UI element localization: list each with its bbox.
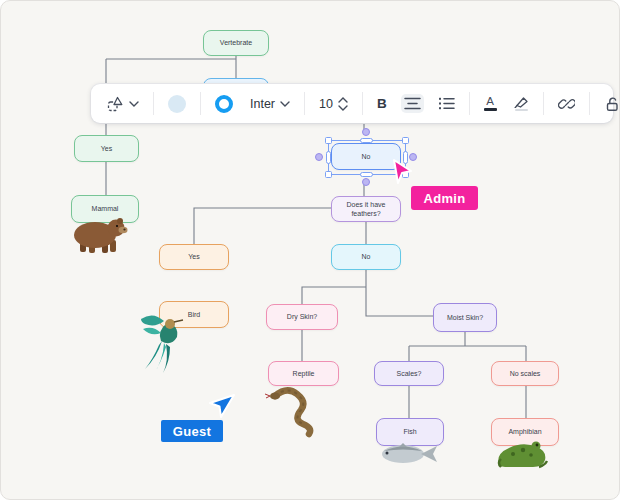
shape-picker-button[interactable]	[103, 92, 142, 116]
flow-node-does-it-have-feathers[interactable]: Does it have feathers?	[331, 196, 401, 222]
toolbar-divider	[469, 92, 470, 115]
list-button[interactable]	[435, 94, 458, 113]
guest-cursor-label: Guest	[161, 420, 223, 442]
resize-handle-ne[interactable]	[402, 137, 409, 144]
bold-button[interactable]: B	[374, 93, 390, 114]
link-button[interactable]	[555, 92, 578, 115]
highlight-button[interactable]	[511, 93, 532, 115]
toolbar-divider	[362, 92, 363, 115]
stroke-swatch-icon	[215, 95, 233, 113]
highlighter-icon	[514, 96, 529, 112]
fill-color-button[interactable]	[165, 92, 189, 116]
bear-image[interactable]	[67, 214, 131, 256]
frog-image[interactable]	[493, 439, 551, 471]
unlock-icon	[604, 96, 620, 112]
admin-cursor-icon	[387, 158, 415, 186]
flow-node-yes-left[interactable]: Yes	[74, 135, 139, 162]
list-icon	[438, 97, 455, 110]
font-size-stepper[interactable]: 10	[316, 94, 351, 114]
link-icon	[558, 95, 575, 112]
toolbar-divider	[543, 92, 544, 115]
whiteboard-canvas[interactable]: Vertebrate Yes Mammal No Does it have fe…	[0, 0, 620, 500]
resize-handle-nw[interactable]	[325, 137, 332, 144]
text-color-button[interactable]: A	[481, 93, 500, 114]
font-family-value: Inter	[250, 97, 275, 111]
toolbar-divider	[589, 92, 590, 115]
flow-node-no-scales[interactable]: No scales	[491, 361, 559, 386]
toolbar-divider	[153, 92, 154, 115]
resize-handle-w[interactable]	[326, 151, 331, 164]
guest-cursor-icon	[207, 392, 237, 420]
resize-handle-n[interactable]	[360, 138, 373, 143]
lock-button[interactable]	[601, 93, 620, 115]
flow-node-vertebrate[interactable]: Vertebrate	[203, 30, 269, 56]
flow-node-moist-skin[interactable]: Moist Skin?	[433, 303, 497, 332]
font-size-value: 10	[319, 97, 333, 111]
flow-node-no-cyan[interactable]: No	[331, 244, 401, 270]
resize-handle-s[interactable]	[360, 172, 373, 177]
admin-cursor-label: Admin	[411, 186, 478, 210]
fish-image[interactable]	[377, 442, 441, 467]
snake-image[interactable]	[265, 384, 335, 438]
bird-image[interactable]	[137, 311, 191, 379]
flow-node-yes-orange[interactable]: Yes	[159, 244, 229, 270]
toolbar-divider	[200, 92, 201, 115]
connector-dot-left[interactable]	[315, 153, 323, 161]
format-toolbar: Inter 10 B	[91, 84, 613, 123]
align-center-button[interactable]	[401, 94, 424, 113]
fill-swatch-icon	[168, 95, 186, 113]
toolbar-divider	[304, 92, 305, 115]
font-family-select[interactable]: Inter	[247, 94, 293, 114]
bold-icon: B	[377, 96, 387, 111]
text-color-icon: A	[484, 96, 497, 111]
flow-node-dry-skin[interactable]: Dry Skin?	[266, 304, 338, 330]
flow-node-scales[interactable]: Scales?	[374, 361, 444, 386]
stroke-color-button[interactable]	[212, 92, 236, 116]
flow-node-reptile[interactable]: Reptile	[268, 361, 339, 386]
stepper-chevrons-icon	[338, 97, 348, 111]
chevron-down-icon	[129, 101, 139, 107]
align-center-icon	[404, 97, 421, 110]
shape-picker-icon	[106, 95, 124, 113]
connector-dot-bottom[interactable]	[362, 178, 370, 186]
resize-handle-sw[interactable]	[325, 171, 332, 178]
connector-dot-top[interactable]	[362, 128, 370, 136]
chevron-down-icon	[280, 101, 290, 107]
